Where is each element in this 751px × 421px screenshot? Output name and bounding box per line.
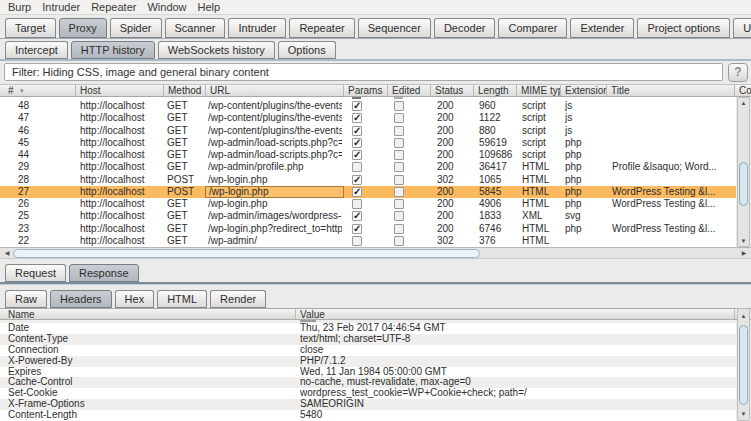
viewtab-render[interactable]: Render: [210, 290, 266, 308]
history-row[interactable]: 23 http://localhost GET /wp-login.php?re…: [0, 223, 736, 235]
tab-label: Intercept: [15, 44, 58, 56]
history-horizontal-scrollbar[interactable]: ◀ ▶: [0, 247, 751, 259]
subtab-http-history[interactable]: HTTP history: [71, 41, 155, 59]
viewtab-headers[interactable]: Headers: [50, 290, 112, 308]
history-row[interactable]: 25 http://localhost GET /wp-admin/images…: [0, 210, 736, 222]
menu-item-window[interactable]: Window: [147, 1, 186, 13]
cell-mime-type: XML: [522, 210, 559, 222]
cell-host: http://localhost: [80, 100, 162, 112]
column-header-comment[interactable]: Com: [734, 85, 751, 96]
column-header-mime-type[interactable]: MIME type: [516, 85, 560, 96]
tab-label: Raw: [15, 293, 37, 305]
subtab-options[interactable]: Options: [278, 41, 336, 59]
cell-status: 200: [437, 149, 472, 161]
cell-url: /wp-admin/load-scripts.php?c=1&...: [208, 149, 342, 161]
column-header-edited[interactable]: Edited: [387, 85, 430, 96]
header-row[interactable]: Content-Length 5480: [0, 410, 736, 421]
menu-item-intruder[interactable]: Intruder: [42, 1, 80, 13]
tab-sequencer[interactable]: Sequencer: [358, 18, 431, 38]
column-header-url[interactable]: URL: [205, 85, 343, 96]
scroll-thumb[interactable]: [739, 162, 748, 206]
header-row[interactable]: Cache-Control no-cache, must-revalidate,…: [0, 377, 736, 388]
column-header-name[interactable]: Name: [0, 309, 295, 319]
history-row[interactable]: 45 http://localhost GET /wp-admin/load-s…: [0, 137, 736, 149]
scroll-left-icon[interactable]: ◀: [2, 248, 12, 259]
history-row[interactable]: 26 http://localhost GET /wp-login.php 20…: [0, 198, 736, 210]
cell-status: 200: [437, 112, 472, 124]
tab-decoder[interactable]: Decoder: [434, 18, 496, 38]
column-header-number[interactable]: #: [0, 85, 75, 96]
tab-label: Spider: [120, 22, 152, 34]
tab-comparer[interactable]: Comparer: [498, 18, 567, 38]
tab-user-options[interactable]: User options: [733, 18, 751, 38]
cell-length: 4906: [479, 198, 515, 210]
cell-title: [612, 149, 734, 161]
viewtab-html[interactable]: HTML: [157, 290, 207, 308]
params-checkbox: [352, 150, 362, 160]
tab-scanner[interactable]: Scanner: [165, 18, 226, 38]
menu-item-repeater[interactable]: Repeater: [91, 1, 136, 13]
history-row[interactable]: 47 http://localhost GET /wp-content/plug…: [0, 112, 736, 124]
cell-length: 59619: [479, 137, 515, 149]
scroll-up-icon[interactable]: ▲: [738, 98, 749, 108]
menu-item-burp[interactable]: Burp: [8, 1, 31, 13]
header-row[interactable]: X-Frame-Options SAMEORIGIN: [0, 399, 736, 410]
cell-method: POST: [167, 186, 204, 198]
column-header-params[interactable]: Params: [343, 85, 387, 96]
viewtab-raw[interactable]: Raw: [5, 290, 47, 308]
history-row[interactable]: 22 http://localhost GET /wp-admin/ 302 3…: [0, 235, 736, 247]
column-header-value[interactable]: Value: [295, 309, 734, 319]
cell-method: GET: [167, 137, 204, 149]
tab-label: Project options: [647, 22, 720, 34]
header-row[interactable]: X-Powered-By PHP/7.1.2: [0, 356, 736, 367]
column-header-extension[interactable]: Extension: [560, 85, 606, 96]
history-vertical-scrollbar[interactable]: ▲ ▼: [737, 97, 750, 247]
header-row[interactable]: Expires Wed, 11 Jan 1984 05:00:00 GMT: [0, 367, 736, 378]
tab-proxy[interactable]: Proxy: [59, 18, 107, 38]
tab-extender[interactable]: Extender: [570, 18, 634, 38]
cell-title: Profile &lsaquo; Word...: [612, 161, 734, 173]
header-row[interactable]: Date Thu, 23 Feb 2017 04:46:54 GMT: [0, 323, 736, 334]
cell-url: /wp-content/plugins/the-events-ca...: [208, 100, 342, 112]
filter-field[interactable]: Filter: Hiding CSS, image and general bi…: [4, 63, 723, 81]
params-checkbox: [352, 138, 362, 148]
subtab-intercept[interactable]: Intercept: [5, 41, 68, 59]
tab-request[interactable]: Request: [5, 264, 66, 282]
history-row[interactable]: 48 http://localhost GET /wp-content/plug…: [0, 100, 736, 112]
column-header-status[interactable]: Status: [430, 85, 473, 96]
tab-response[interactable]: Response: [69, 264, 139, 282]
tab-spider[interactable]: Spider: [110, 18, 162, 38]
tab-project-options[interactable]: Project options: [637, 18, 730, 38]
edited-checkbox: [394, 187, 404, 197]
scroll-thumb[interactable]: [739, 325, 748, 405]
cell-host: http://localhost: [80, 174, 162, 186]
tab-repeater[interactable]: Repeater: [289, 18, 354, 38]
tab-intruder[interactable]: Intruder: [228, 18, 286, 38]
scroll-up-icon[interactable]: ▲: [738, 311, 749, 321]
headers-vertical-scrollbar[interactable]: ▲ ▼: [737, 308, 750, 421]
column-header-title[interactable]: Title: [606, 85, 734, 96]
scroll-down-icon[interactable]: ▼: [738, 236, 749, 246]
history-row[interactable]: 27 http://localhost POST /wp-login.php 2…: [0, 186, 736, 198]
history-row[interactable]: 44 http://localhost GET /wp-admin/load-s…: [0, 149, 736, 161]
column-header-length[interactable]: Length: [473, 85, 516, 96]
scroll-thumb[interactable]: [13, 249, 480, 258]
header-row[interactable]: Content-Type text/html; charset=UTF-8: [0, 334, 736, 345]
history-row[interactable]: 29 http://localhost GET /wp-admin/profil…: [0, 161, 736, 173]
header-row[interactable]: Set-Cookie wordpress_test_cookie=WP+Cook…: [0, 388, 736, 399]
scroll-right-icon[interactable]: ▶: [739, 248, 749, 259]
scroll-down-icon[interactable]: ▼: [738, 409, 749, 419]
subtab-websockets-history[interactable]: WebSockets history: [158, 41, 275, 59]
column-header-method[interactable]: Method: [163, 85, 205, 96]
header-row[interactable]: Connection close: [0, 345, 736, 356]
history-row[interactable]: 28 http://localhost POST /wp-login.php 3…: [0, 174, 736, 186]
history-table-body: 48 http://localhost GET /wp-content/plug…: [0, 97, 736, 247]
cell-host: http://localhost: [80, 186, 162, 198]
tab-target[interactable]: Target: [5, 18, 56, 38]
column-header-host[interactable]: Host: [75, 85, 163, 96]
menu-item-help[interactable]: Help: [198, 1, 221, 13]
viewtab-hex[interactable]: Hex: [115, 290, 155, 308]
history-row[interactable]: 46 http://localhost GET /wp-content/plug…: [0, 125, 736, 137]
tab-label: Intruder: [238, 22, 276, 34]
help-button[interactable]: ?: [728, 63, 748, 82]
